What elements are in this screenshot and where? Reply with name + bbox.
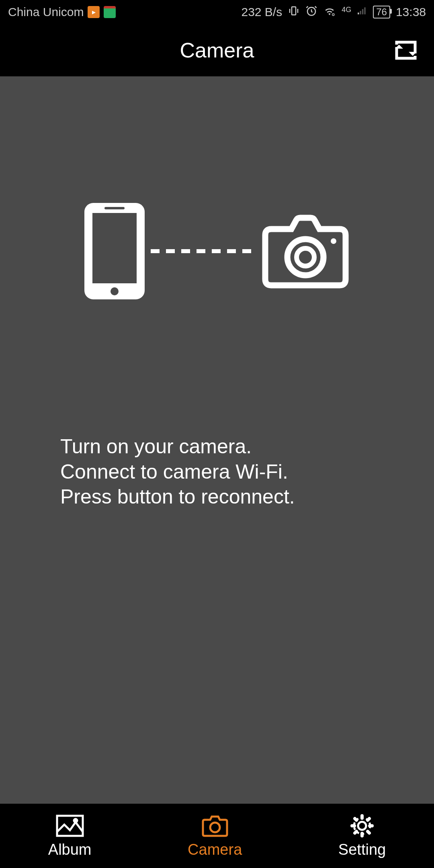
- svg-point-14: [297, 248, 314, 266]
- refresh-icon: [394, 40, 418, 61]
- signal-icon: [357, 5, 367, 19]
- nav-label-album: Album: [48, 841, 92, 858]
- svg-rect-0: [292, 7, 296, 15]
- svg-rect-6: [362, 9, 363, 14]
- svg-rect-5: [360, 11, 361, 14]
- svg-rect-4: [358, 12, 359, 14]
- phone-icon: [82, 201, 147, 301]
- svg-point-18: [210, 823, 220, 832]
- bottom-nav: Album Camera Setting: [0, 804, 434, 868]
- wifi-icon: !: [323, 4, 336, 20]
- svg-rect-10: [104, 207, 125, 209]
- svg-rect-7: [364, 7, 366, 14]
- instruction-line-1: Turn on your camera.: [60, 434, 434, 459]
- svg-point-17: [74, 819, 77, 822]
- alarm-icon: [305, 5, 317, 20]
- svg-point-13: [287, 239, 323, 275]
- nav-item-setting[interactable]: Setting: [338, 814, 386, 858]
- camera-icon: [259, 213, 352, 289]
- data-rate-label: 232 B/s: [241, 5, 282, 19]
- carrier-label: China Unicom: [8, 5, 84, 19]
- page-title: Camera: [180, 38, 254, 62]
- nav-item-camera[interactable]: Camera: [188, 814, 242, 858]
- status-right: 232 B/s ! 4G: [241, 4, 426, 20]
- instructions-text: Turn on your camera. Connect to camera W…: [0, 434, 434, 510]
- network-type-label: 4G: [342, 6, 351, 14]
- instruction-line-2: Connect to camera Wi-Fi.: [60, 459, 434, 485]
- battery-indicator: 76: [373, 6, 390, 18]
- status-bar: China Unicom ▸ 232 B/s !: [0, 0, 434, 24]
- svg-point-15: [331, 238, 336, 244]
- status-left: China Unicom ▸: [8, 5, 116, 19]
- svg-point-19: [358, 822, 366, 830]
- nav-label-camera: Camera: [188, 841, 242, 858]
- gear-icon: [350, 814, 375, 838]
- vibrate-icon: [288, 5, 300, 20]
- nav-label-setting: Setting: [338, 841, 386, 858]
- battery-level: 76: [376, 6, 387, 17]
- reconnect-button[interactable]: [394, 38, 418, 62]
- instruction-line-3: Press button to reconnect.: [60, 484, 434, 510]
- nav-item-album[interactable]: Album: [48, 814, 92, 858]
- connection-line-icon: [147, 247, 259, 255]
- main-content: Turn on your camera. Connect to camera W…: [0, 76, 434, 804]
- connection-illustration: [0, 201, 434, 301]
- notification-app-icon: ▸: [88, 6, 100, 18]
- svg-point-11: [111, 287, 119, 295]
- camera-nav-icon: [201, 814, 229, 838]
- album-icon: [55, 814, 84, 838]
- notification-calendar-icon: [104, 6, 116, 18]
- svg-text:!: !: [333, 14, 334, 16]
- app-header: Camera: [0, 24, 434, 76]
- svg-rect-9: [92, 213, 137, 283]
- clock-label: 13:38: [396, 5, 426, 19]
